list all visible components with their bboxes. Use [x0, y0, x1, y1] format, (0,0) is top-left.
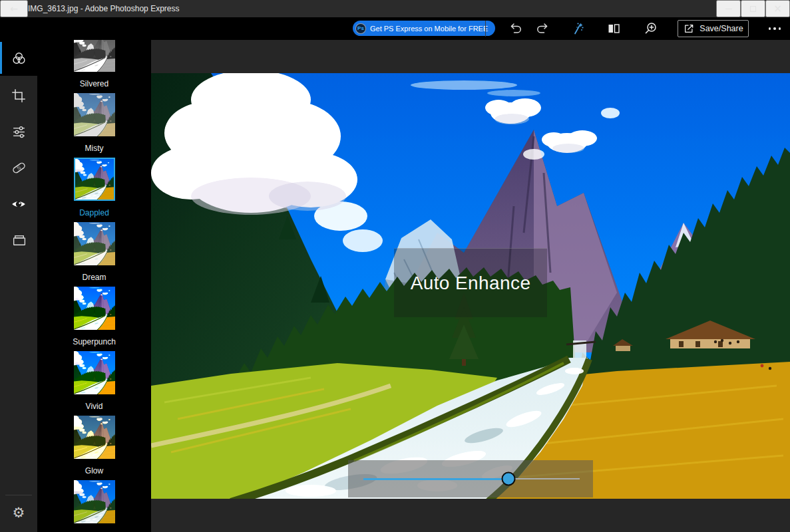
filter-label: Superpunch [73, 337, 116, 346]
sidebar-item-red-eye[interactable] [0, 186, 37, 222]
filter-item-dappled[interactable]: Dappled [37, 158, 151, 217]
sidebar-divider [5, 495, 32, 495]
filter-thumbnail [74, 93, 115, 136]
settings-button[interactable]: ⚙ [0, 497, 37, 528]
maximize-icon [750, 6, 756, 12]
zoom-in-icon [644, 21, 658, 36]
auto-enhance-overlay: Auto Enhance [394, 248, 547, 317]
auto-enhance-wand-icon [570, 21, 585, 36]
auto-enhance-label: Auto Enhance [411, 273, 531, 294]
undo-icon [508, 21, 523, 36]
redo-button[interactable] [533, 19, 552, 38]
toolbar-divider [485, 21, 486, 37]
filter-item-partial[interactable] [37, 480, 151, 531]
slider-handle[interactable] [501, 472, 515, 486]
filter-item-vivid[interactable]: Vivid [37, 351, 151, 411]
looks-filter-panel: Silvered Misty Dappled Dream Superpunch … [37, 40, 151, 532]
filter-strength-panel [348, 460, 593, 497]
filter-label: Misty [85, 144, 104, 153]
zoom-button[interactable] [642, 19, 660, 38]
adjustments-sliders-icon [11, 124, 27, 140]
borders-frame-icon [11, 233, 27, 248]
filter-thumbnail [74, 416, 115, 459]
gear-icon: ⚙ [13, 505, 25, 521]
filter-item-misty[interactable]: Misty [37, 93, 151, 153]
filter-item-silvered[interactable]: Silvered [37, 40, 151, 88]
auto-enhance-button[interactable] [568, 19, 587, 38]
healing-bandaid-icon [11, 160, 27, 176]
redo-icon [535, 21, 550, 36]
sidebar-item-crop[interactable] [0, 78, 37, 114]
filter-thumbnail [74, 287, 115, 330]
tool-sidebar: ⚙ [0, 40, 37, 532]
back-button[interactable]: ← [0, 0, 28, 17]
filter-label: Dream [82, 273, 106, 282]
filter-thumbnail [74, 222, 115, 265]
photoshop-express-window: { "window": { "title": "IMG_3613.jpg - A… [0, 0, 790, 532]
compare-button[interactable] [604, 19, 623, 38]
filter-label: Silvered [80, 79, 108, 88]
close-button[interactable]: × [765, 0, 790, 17]
filter-item-glow[interactable]: Glow [37, 416, 151, 475]
filter-item-dream[interactable]: Dream [37, 222, 151, 282]
filter-thumbnail [74, 158, 115, 201]
close-icon: × [773, 4, 782, 14]
minimize-icon [725, 9, 732, 9]
maximize-button[interactable] [741, 0, 765, 17]
filter-thumbnail [74, 40, 115, 72]
compare-icon [606, 21, 621, 36]
get-ps-express-promo-button[interactable]: Ps Get PS Express on Mobile for FREE [353, 21, 495, 36]
window-controls: × [716, 0, 790, 17]
save-share-button[interactable]: Save/Share [678, 20, 749, 37]
filter-label: Dappled [79, 208, 109, 217]
slider-fill [363, 478, 508, 480]
promo-label: Get PS Express on Mobile for FREE [370, 25, 488, 33]
save-share-label: Save/Share [699, 24, 743, 33]
sidebar-item-adjustments[interactable] [0, 114, 37, 150]
red-eye-icon [11, 196, 27, 212]
titlebar: ← IMG_3613.jpg - Adobe Photoshop Express… [0, 0, 790, 17]
filter-label: Glow [85, 466, 103, 475]
filter-thumbnail [74, 480, 115, 523]
sidebar-item-looks[interactable] [0, 40, 37, 76]
filter-label: Vivid [86, 402, 103, 411]
toolbar: Ps Get PS Express on Mobile for FREE [0, 17, 790, 40]
looks-filters-icon [11, 51, 27, 66]
window-title: IMG_3613.jpg - Adobe Photoshop Express [28, 4, 179, 13]
crop-icon [11, 88, 26, 103]
filter-strength-slider[interactable] [363, 478, 580, 479]
undo-button[interactable] [506, 19, 525, 38]
filter-item-superpunch[interactable]: Superpunch [37, 287, 151, 346]
ps-logo-icon: Ps [355, 23, 366, 34]
canvas-area: Auto Enhance [151, 40, 790, 532]
share-icon [683, 23, 695, 35]
more-options-icon [769, 27, 781, 30]
minimize-button[interactable] [716, 0, 741, 17]
sidebar-item-borders[interactable] [0, 222, 37, 258]
sidebar-item-healing[interactable] [0, 150, 37, 186]
more-options-button[interactable] [761, 19, 788, 38]
back-arrow-icon: ← [10, 3, 18, 14]
filter-thumbnail [74, 351, 115, 394]
